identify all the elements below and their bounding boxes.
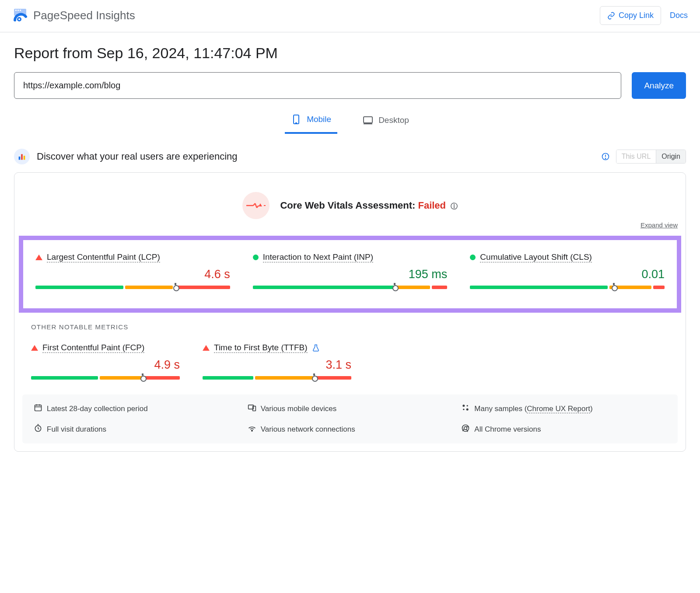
footer-link[interactable]: Chrome UX Report	[527, 405, 590, 413]
tab-mobile-label: Mobile	[307, 115, 331, 124]
metric: Largest Contentful Paint (LCP) 4.6 s	[35, 252, 230, 289]
samples-icon	[461, 403, 470, 414]
marker-icon	[612, 283, 616, 292]
core-metrics-highlight: Largest Contentful Paint (LCP) 4.6 s Int…	[19, 236, 681, 313]
report-heading: Report from Sep 16, 2024, 11:47:04 PM	[14, 45, 686, 62]
status-dot-icon	[470, 255, 476, 260]
url-input[interactable]	[14, 72, 621, 99]
svg-marker-20	[259, 203, 262, 206]
other-metrics-title: OTHER NOTABLE METRICS	[31, 323, 669, 331]
distribution-bar	[35, 286, 230, 289]
footer-item: Various network connections	[248, 424, 453, 435]
tab-desktop-label: Desktop	[378, 115, 409, 125]
chrome-icon	[461, 424, 470, 435]
cwv-status: Failed	[418, 200, 446, 211]
metric-value: 195 ms	[253, 268, 448, 281]
metric-value: 3.1 s	[203, 358, 351, 372]
metric-name[interactable]: Largest Contentful Paint (LCP)	[47, 252, 160, 262]
svg-rect-11	[21, 154, 23, 160]
network-icon	[248, 424, 256, 435]
footer-item: Many samples (Chrome UX Report)	[461, 403, 666, 414]
marker-icon	[140, 373, 145, 382]
psi-logo-icon	[12, 8, 28, 24]
marker-icon	[392, 283, 397, 292]
link-icon	[607, 12, 615, 20]
svg-rect-2	[18, 10, 19, 11]
footer-info: Latest 28-day collection periodVarious m…	[22, 394, 678, 443]
crux-card: Core Web Vitals Assessment: Failed ⓘ Exp…	[14, 172, 686, 452]
svg-rect-1	[15, 10, 17, 11]
distribution-bar	[253, 286, 448, 289]
footer-item: Various mobile devices	[248, 403, 453, 414]
marker-icon	[173, 283, 178, 292]
distribution-bar	[31, 376, 180, 380]
copy-link-button[interactable]: Copy Link	[600, 6, 661, 25]
cwv-badge-icon	[242, 192, 270, 219]
tab-mobile[interactable]: Mobile	[285, 108, 337, 134]
mobile-icon	[291, 113, 301, 126]
scope-segmented: This URL Origin	[616, 150, 686, 164]
metric: First Contentful Paint (FCP) 4.9 s	[31, 343, 180, 380]
svg-point-31	[463, 409, 464, 410]
svg-rect-21	[264, 205, 266, 206]
calendar-icon	[34, 403, 42, 414]
footer-item: Latest 28-day collection period	[34, 403, 239, 414]
svg-point-30	[467, 405, 468, 406]
svg-line-19	[257, 206, 259, 208]
status-dot-icon	[253, 255, 259, 260]
info-icon[interactable]	[601, 152, 610, 161]
docs-link[interactable]: Docs	[670, 11, 688, 20]
svg-point-37	[251, 430, 252, 432]
svg-rect-23	[35, 405, 42, 411]
desktop-icon	[363, 114, 373, 127]
metric-name[interactable]: Cumulative Layout Shift (CLS)	[480, 252, 592, 262]
metric-name[interactable]: Interaction to Next Paint (INP)	[263, 252, 373, 262]
devices-icon	[248, 403, 256, 414]
svg-point-32	[466, 408, 469, 411]
svg-line-35	[38, 429, 39, 429]
app-title: PageSpeed Insights	[33, 9, 135, 22]
status-triangle-icon	[35, 255, 42, 260]
seg-origin[interactable]: Origin	[656, 150, 686, 163]
status-triangle-icon	[203, 345, 210, 351]
copy-link-label: Copy Link	[619, 11, 654, 20]
metric: Time to First Byte (TTFB) 3.1 s	[203, 343, 351, 380]
svg-rect-10	[19, 157, 21, 160]
svg-point-29	[463, 405, 465, 407]
seg-this-url[interactable]: This URL	[616, 150, 656, 163]
marker-icon	[312, 373, 316, 382]
distribution-bar	[203, 376, 351, 380]
svg-point-39	[464, 427, 467, 430]
svg-rect-12	[24, 156, 25, 160]
crux-icon	[14, 149, 30, 164]
svg-rect-3	[20, 10, 21, 11]
metric-value: 4.6 s	[35, 268, 230, 281]
svg-point-15	[605, 158, 606, 159]
metric: Interaction to Next Paint (INP) 195 ms	[253, 252, 448, 289]
metric-name[interactable]: Time to First Byte (TTFB)	[214, 343, 308, 353]
help-icon[interactable]: ⓘ	[448, 202, 457, 210]
cwv-assessment-text: Core Web Vitals Assessment: Failed ⓘ	[280, 200, 457, 211]
footer-item: Full visit durations	[34, 424, 239, 435]
discover-title: Discover what your real users are experi…	[37, 151, 238, 162]
flask-icon[interactable]	[312, 344, 320, 352]
metric-value: 4.9 s	[31, 358, 180, 372]
timer-icon	[34, 424, 42, 435]
distribution-bar	[470, 286, 665, 289]
expand-view-link[interactable]: Expand view	[640, 221, 678, 229]
footer-item: All Chrome versions	[461, 424, 666, 435]
metric-value: 0.01	[470, 268, 665, 281]
svg-line-18	[255, 203, 257, 208]
analyze-button[interactable]: Analyze	[632, 72, 686, 99]
svg-point-5	[18, 18, 20, 20]
svg-rect-8	[364, 117, 372, 123]
tab-desktop[interactable]: Desktop	[357, 108, 415, 134]
metric-name[interactable]: First Contentful Paint (FCP)	[42, 343, 144, 353]
status-triangle-icon	[31, 345, 38, 351]
metric: Cumulative Layout Shift (CLS) 0.01	[470, 252, 665, 289]
